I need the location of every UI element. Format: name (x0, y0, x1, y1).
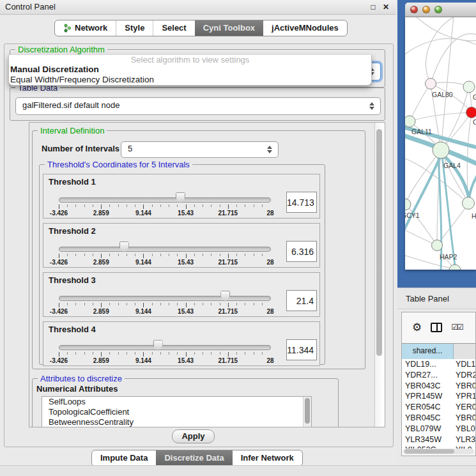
thresholds-group: Threshold's Coordinates for 5 Intervals … (39, 164, 325, 365)
tick-label: -3.426 (50, 308, 68, 315)
algorithm-dropdown-popup: Select algorithm to view settings Manual… (8, 55, 372, 86)
list-item[interactable]: BetweennessCentrality (42, 417, 311, 427)
network-edge (415, 17, 476, 41)
tick-label: 15.43 (178, 308, 194, 315)
cell-shared-name: YER054C (402, 402, 454, 413)
table-row[interactable]: YDR27...YDR2 (402, 370, 476, 381)
float-window-icon[interactable]: □ (368, 0, 378, 14)
select-columns-icon[interactable]: ☑☑ (451, 323, 463, 332)
table-hscrollbar[interactable] (403, 449, 474, 454)
numerical-attributes-label: Numerical Attributes (36, 384, 118, 394)
number-of-intervals-combobox[interactable]: 5 (121, 141, 279, 158)
table-data-combobox[interactable]: galFiltered.sif default node (15, 97, 381, 115)
dropdown-option-equal-width-frequency[interactable]: Equal Width/Frequency Discretization (9, 75, 371, 85)
table-row[interactable]: YER054CYER0 (402, 402, 476, 413)
slider-track[interactable] (59, 296, 271, 301)
footer-strip (0, 465, 476, 476)
network-edge (405, 204, 437, 245)
node-label: H (472, 212, 476, 220)
network-canvas[interactable]: GAL80GACGAL11GAL4GCY1HHAP2 (405, 17, 476, 270)
bottom-tabbar: Impute Data Discretize Data Infer Networ… (91, 450, 303, 466)
network-node[interactable] (405, 116, 415, 127)
node-label: GAL80 (432, 91, 453, 98)
cyni-toolbox-panel: Discretization Algorithm Table Data galF… (4, 43, 394, 447)
network-node[interactable] (466, 107, 476, 118)
network-node[interactable] (405, 199, 411, 210)
tab-network[interactable]: Network (55, 20, 116, 36)
network-edge (405, 38, 476, 56)
tab-jactivemnodules[interactable]: jActiveMNodules (263, 20, 347, 36)
network-node[interactable] (426, 79, 436, 89)
cell-name: YLR3 (454, 434, 475, 445)
tick-label: 2.859 (93, 357, 109, 364)
discretization-algorithm-group-label: Discretization Algorithm (15, 45, 107, 54)
node-label: HAP2 (440, 253, 457, 261)
threshold-panel: Threshold 1 -3.4262.8599.14415.4321.7152… (43, 174, 320, 219)
network-node[interactable] (432, 240, 443, 251)
slider-track[interactable] (59, 345, 271, 350)
tab-infer-network[interactable]: Infer Network (233, 450, 302, 466)
threshold-value-field[interactable]: 6.316 (286, 241, 317, 262)
top-tabbar: Network Style Select Cyni Toolbox jActiv… (54, 20, 348, 36)
column-header-name[interactable]: na (454, 344, 476, 359)
table-panel: ⚙ ☑☑ shared... na YDL19...YDL1YDR27...YD… (401, 312, 476, 456)
table-row[interactable]: YBL079WYBL0 (402, 424, 476, 434)
split-columns-icon[interactable] (431, 323, 442, 332)
network-node[interactable] (463, 81, 475, 93)
tab-style[interactable]: Style (116, 20, 153, 36)
apply-button[interactable]: Apply (172, 429, 215, 443)
tab-infer-network-label: Infer Network (241, 450, 294, 466)
scrollbar-thumb[interactable] (404, 449, 454, 454)
minimize-traffic-light[interactable] (422, 6, 430, 13)
close-icon[interactable]: ✕ (381, 0, 391, 14)
gear-icon[interactable]: ⚙ (412, 322, 422, 333)
table-row[interactable]: YPR145WYPR1 (402, 391, 476, 402)
tab-discretize-data[interactable]: Discretize Data (156, 450, 232, 466)
threshold-value-field[interactable]: 21.4 (286, 290, 317, 311)
zoom-traffic-light[interactable] (434, 6, 442, 13)
threshold-value-field[interactable]: 11.344 (286, 339, 317, 360)
tick-label: 9.144 (135, 259, 151, 266)
combo-stepper-icon[interactable] (267, 146, 272, 153)
tab-cyni-toolbox[interactable]: Cyni Toolbox (195, 20, 263, 36)
tick-label: 2.859 (93, 308, 109, 315)
table-row[interactable]: YDL19...YDL1 (402, 359, 476, 370)
table-row[interactable]: YBR043CYBR0 (402, 381, 476, 392)
scrollbar-thumb[interactable] (305, 398, 310, 424)
tick-label: -3.426 (50, 259, 68, 266)
list-item[interactable]: TopologicalCoefficient (42, 407, 311, 417)
settings-scrollbar[interactable] (374, 123, 385, 427)
scrollbar-thumb[interactable] (376, 129, 382, 356)
thresholds-group-label: Threshold's Coordinates for 5 Intervals (45, 160, 192, 169)
dropdown-placeholder: Select algorithm to view settings (9, 55, 371, 65)
network-node[interactable] (433, 142, 449, 158)
thresholds-container: Threshold 1 -3.4262.8599.14415.4321.7152… (40, 174, 320, 371)
network-icon (63, 24, 72, 33)
tab-impute-data[interactable]: Impute Data (92, 450, 156, 466)
slider-track[interactable] (59, 197, 271, 203)
table-row[interactable]: YBR045CYBR0 (402, 413, 476, 424)
close-traffic-light[interactable] (410, 6, 418, 13)
dropdown-option-manual-discretization[interactable]: Manual Discretization (9, 65, 371, 75)
network-node[interactable] (463, 197, 475, 210)
node-label: GCY1 (405, 211, 420, 219)
attributes-list-scrollbar[interactable] (303, 397, 311, 427)
tick-label: 21.715 (219, 210, 238, 217)
column-header-shared-name[interactable]: shared... (402, 344, 454, 359)
tab-select[interactable]: Select (153, 20, 194, 36)
threshold-value-field[interactable]: 14.713 (286, 192, 317, 213)
table-row[interactable]: YLR345WYLR3 (402, 434, 476, 445)
tab-network-label: Network (75, 20, 107, 36)
threshold-panel: Threshold 4 -3.4262.8599.14415.4321.7152… (43, 321, 320, 366)
node-label: GAL4 (443, 162, 461, 169)
attributes-group: Attributes to discretize Numerical Attri… (32, 378, 339, 427)
interval-definition-group: Interval Definition Number of Intervals … (32, 130, 365, 369)
attr-items: SelfLoopsTopologicalCoefficientBetweenne… (42, 397, 311, 427)
combo-stepper-icon[interactable] (369, 102, 374, 110)
slider-major-ticks (59, 303, 270, 307)
table-header: shared... na (402, 343, 476, 360)
list-item[interactable]: SelfLoops (42, 397, 311, 407)
node-label: C (473, 118, 476, 126)
numerical-attributes-list[interactable]: SelfLoopsTopologicalCoefficientBetweenne… (42, 396, 312, 427)
slider-track[interactable] (59, 247, 271, 252)
